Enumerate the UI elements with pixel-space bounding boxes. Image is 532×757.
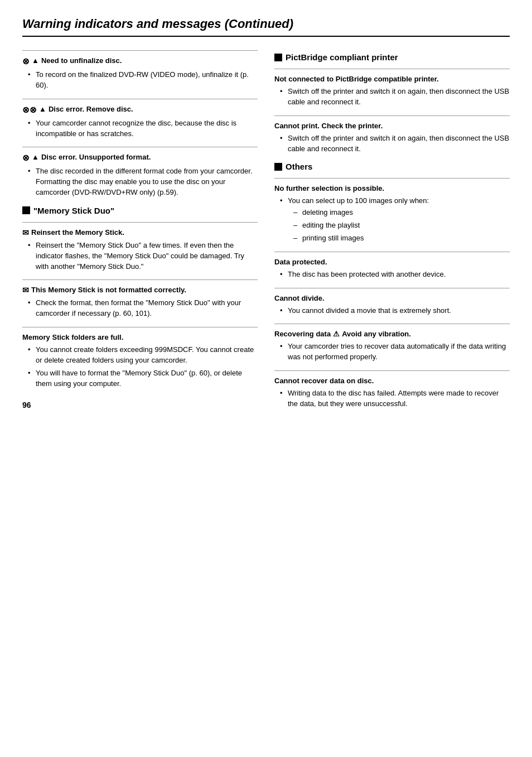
list-item: Switch off the printer and switch it on … (280, 86, 510, 108)
section-title-cannot-print: Cannot print. Check the printer. (274, 122, 510, 130)
section-title-need-to-unfinalize: ⊗ ▲ Need to unfinalize disc. (22, 56, 258, 66)
bullet-list-data-protected: The disc has been protected with another… (274, 269, 510, 280)
section-data-protected: Data protected. The disc has been protec… (274, 252, 510, 280)
icon-no-entry-2: ⊗⊗ (22, 105, 37, 115)
icon-memory-stick-1: ✉ (22, 228, 29, 237)
list-item: You will have to format the "Memory Stic… (28, 368, 258, 389)
section-title-folders-full: Memory Stick folders are full. (22, 333, 258, 341)
bullet-list-cannot-recover: Writing data to the disc has failed. Att… (274, 388, 510, 409)
list-item: Your camcorder tries to recover data aut… (280, 341, 510, 363)
list-item: You can select up to 100 images only whe… (280, 196, 510, 243)
list-item: The disc recorded in the different forma… (28, 166, 258, 198)
bullet-list-no-further-selection: You can select up to 100 images only whe… (274, 196, 510, 243)
list-item: Check the format, then format the "Memor… (28, 298, 258, 319)
section-title-cannot-recover: Cannot recover data on disc. (274, 377, 510, 385)
bullet-list-disc-error-remove: Your camcorder cannot recognize the disc… (22, 118, 258, 139)
section-title-no-further-selection: No further selection is possible. (274, 184, 510, 192)
section-folders-full: Memory Stick folders are full. You canno… (22, 327, 258, 389)
list-item: The disc has been protected with another… (280, 269, 510, 280)
bullet-list-recovering-data: Your camcorder tries to recover data aut… (274, 341, 510, 363)
list-item: deleting images (293, 208, 510, 218)
bullet-list-not-connected: Switch off the printer and switch it on … (274, 86, 510, 108)
section-title-not-formatted: ✉ This Memory Stick is not formatted cor… (22, 286, 258, 295)
section-title-disc-error-remove: ⊗⊗ ▲ Disc error. Remove disc. (22, 105, 258, 115)
page-title: Warning indicators and messages (Continu… (22, 17, 510, 37)
section-not-connected-pictbridge: Not connected to PictBridge compatible p… (274, 69, 510, 108)
icon-memory-stick-2: ✉ (22, 286, 29, 295)
bullet-list-folders-full: You cannot create folders exceeding 999M… (22, 345, 258, 389)
bullet-list-not-formatted: Check the format, then format the "Memor… (22, 298, 258, 319)
section-need-to-unfinalize: ⊗ ▲ Need to unfinalize disc. To record o… (22, 50, 258, 91)
right-column: PictBridge compliant printer Not connect… (274, 50, 510, 417)
icon-eject-2: ▲ (39, 105, 46, 113)
section-title-not-connected: Not connected to PictBridge compatible p… (274, 75, 510, 83)
list-item: Reinsert the "Memory Stick Duo" a few ti… (28, 240, 258, 272)
memory-stick-header: "Memory Stick Duo" (22, 206, 258, 215)
warning-triangle-icon: ⚠ (333, 330, 340, 338)
icon-eject-3: ▲ (32, 153, 39, 161)
left-column: ⊗ ▲ Need to unfinalize disc. To record o… (22, 50, 258, 417)
bullet-list-need-to-unfinalize: To record on the finalized DVD-RW (VIDEO… (22, 70, 258, 91)
square-icon-pictbridge (274, 54, 282, 61)
section-cannot-recover: Cannot recover data on disc. Writing dat… (274, 370, 510, 409)
section-cannot-divide: Cannot divide. You cannot divided a movi… (274, 288, 510, 316)
section-title-recovering-data: Recovering data ⚠ Avoid any vibration. (274, 330, 510, 338)
icon-eject-1: ▲ (32, 56, 39, 65)
section-title-reinsert: ✉ Reinsert the Memory Stick. (22, 228, 258, 237)
section-recovering-data: Recovering data ⚠ Avoid any vibration. Y… (274, 324, 510, 363)
list-item: You cannot create folders exceeding 999M… (28, 345, 258, 366)
bullet-list-disc-error-unsupported: The disc recorded in the different forma… (22, 166, 258, 198)
section-disc-error-unsupported: ⊗ ▲ Disc error. Unsupported format. The … (22, 147, 258, 198)
list-item: Writing data to the disc has failed. Att… (280, 388, 510, 409)
section-not-formatted: ✉ This Memory Stick is not formatted cor… (22, 279, 258, 319)
list-item: printing still images (293, 233, 510, 244)
others-header: Others (274, 162, 510, 171)
square-icon-memory-stick (22, 206, 30, 214)
sub-list-no-further: deleting images editing the playlist pri… (288, 208, 510, 244)
section-no-further-selection: No further selection is possible. You ca… (274, 178, 510, 243)
page-number: 96 (22, 401, 258, 409)
icon-no-entry-3: ⊗ (22, 153, 30, 163)
section-title-disc-error-unsupported: ⊗ ▲ Disc error. Unsupported format. (22, 153, 258, 163)
list-item: To record on the finalized DVD-RW (VIDEO… (28, 70, 258, 91)
list-item: editing the playlist (293, 220, 510, 231)
bullet-list-reinsert: Reinsert the "Memory Stick Duo" a few ti… (22, 240, 258, 272)
section-reinsert-memory-stick: ✉ Reinsert the Memory Stick. Reinsert th… (22, 222, 258, 272)
icon-no-entry: ⊗ (22, 56, 30, 66)
list-item: Switch off the printer and switch it on … (280, 133, 510, 155)
section-title-data-protected: Data protected. (274, 258, 510, 266)
list-item: You cannot divided a movie that is extre… (280, 306, 510, 316)
bullet-list-cannot-divide: You cannot divided a movie that is extre… (274, 306, 510, 316)
bullet-list-cannot-print: Switch off the printer and switch it on … (274, 133, 510, 155)
section-disc-error-remove: ⊗⊗ ▲ Disc error. Remove disc. Your camco… (22, 99, 258, 139)
pictbridge-header: PictBridge compliant printer (274, 52, 510, 62)
section-cannot-print: Cannot print. Check the printer. Switch … (274, 115, 510, 155)
square-icon-others (274, 163, 282, 171)
list-item: Your camcorder cannot recognize the disc… (28, 118, 258, 139)
section-title-cannot-divide: Cannot divide. (274, 294, 510, 302)
